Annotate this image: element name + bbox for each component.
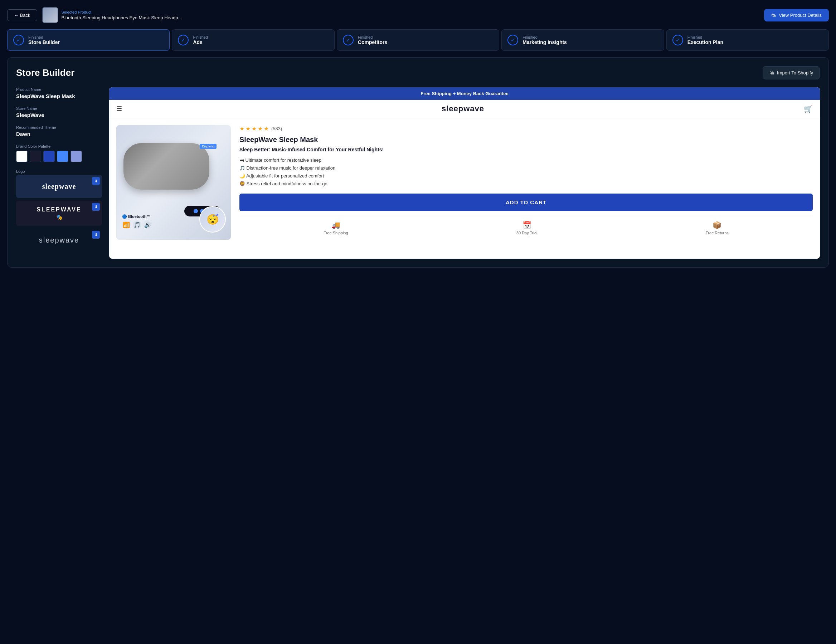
product-name-label: Product Name [16, 87, 102, 91]
feature-list: 🛏 Ultimate comfort for restorative sleep… [239, 157, 813, 186]
star-1: ★ [239, 125, 245, 132]
logo-download-button-1[interactable]: ⬇ [92, 177, 100, 185]
tab-status-competitors: Finished [358, 35, 387, 39]
main-content: Store Builder 🛍 Import To Shopify Produc… [7, 57, 829, 267]
trust-badge-shipping: 🚚 Free Shipping [323, 221, 348, 235]
product-thumb-image [42, 8, 58, 23]
logo-download-button-3[interactable]: ⬇ [92, 231, 100, 239]
store-preview: Free Shipping + Money Back Guarantee ☰ s… [109, 87, 820, 259]
trust-badge-trial: 📅 30 Day Trial [516, 221, 537, 235]
tab-marketing-insights[interactable]: ✓ Finished Marketing Insights [501, 29, 664, 51]
palette-section: Brand Color Palette [16, 144, 102, 162]
theme-section: Recommended Theme Dawn [16, 125, 102, 137]
tab-status-store-builder: Finished [28, 35, 60, 39]
product-details-column: ★ ★ ★ ★ ★ (583) SleepWave Sleep Mask Sle… [239, 125, 813, 240]
shipping-icon: 🚚 [323, 221, 348, 229]
tab-name-store-builder: Store Builder [28, 39, 60, 45]
tab-status-marketing: Finished [522, 35, 567, 39]
tab-name-ads: Ads [193, 39, 208, 45]
color-swatch-white [16, 151, 28, 162]
enjoying-label: Enjoying [200, 144, 217, 149]
selected-product-label: Selected Product [62, 10, 182, 14]
tab-execution-plan[interactable]: ✓ Finished Execution Plan [666, 29, 829, 51]
product-section: Enjoying 🔵 Bluetooth™ 📶 🎵 🔊 😴 [109, 118, 820, 247]
logo-text-3: sleepwave [39, 236, 80, 245]
color-swatch-softblue [70, 151, 82, 162]
tab-store-builder[interactable]: ✓ Finished Store Builder [7, 29, 170, 51]
back-button[interactable]: ← Back [7, 9, 37, 21]
check-icon-ads: ✓ [178, 35, 189, 46]
store-nav-logo: sleepwave [442, 104, 484, 113]
product-name-section: Product Name SleepWave Sleep Mask [16, 87, 102, 99]
logo-download-button-2[interactable]: ⬇ [92, 203, 100, 211]
star-4: ★ [258, 125, 263, 132]
bluetooth-label: 🔵 Bluetooth™ [122, 214, 150, 219]
top-bar: ← Back Selected Product Bluetooth Sleepi… [7, 7, 829, 23]
tab-status-execution: Finished [687, 35, 723, 39]
product-name-header: Bluetooth Sleeping Headphones Eye Mask S… [62, 15, 182, 20]
returns-icon: 📦 [706, 221, 729, 229]
bt-icon-2: 🎵 [133, 220, 141, 229]
tab-ads[interactable]: ✓ Finished Ads [172, 29, 334, 51]
logo-box-2: SLEEPWAVE 🎭 ⬇ [16, 201, 102, 226]
star-3: ★ [251, 125, 256, 132]
shopify-bag-icon: 🛍 [769, 70, 774, 75]
tab-status-ads: Finished [193, 35, 208, 39]
check-icon-store-builder: ✓ [13, 35, 24, 46]
star-rating: ★ ★ ★ ★ ★ (583) [239, 125, 813, 132]
trust-badge-returns: 📦 Free Returns [706, 221, 729, 235]
logo-text-1: sleepwave [42, 183, 76, 191]
tab-competitors[interactable]: ✓ Finished Competitors [337, 29, 499, 51]
feature-4: 🦁 Stress relief and mindfulness on-the-g… [239, 181, 813, 186]
bluetooth-icons: 📶 🎵 🔊 [122, 220, 152, 229]
product-thumbnail [42, 7, 58, 23]
view-details-button[interactable]: 🛍 View Product Details [764, 9, 829, 21]
logo-text-2: SLEEPWAVE [36, 206, 81, 213]
top-bar-left: ← Back Selected Product Bluetooth Sleepi… [7, 7, 182, 23]
star-2: ★ [245, 125, 250, 132]
product-subtitle: Sleep Better: Music-Infused Comfort for … [239, 147, 813, 152]
shipping-label: Free Shipping [323, 231, 348, 235]
hamburger-icon[interactable]: ☰ [116, 105, 122, 113]
rating-count: (583) [271, 126, 282, 131]
store-name-value: SleepWave [16, 112, 102, 118]
bluetooth-section: 🔵 Bluetooth™ 📶 🎵 🔊 [122, 214, 152, 229]
tab-name-execution: Execution Plan [687, 39, 723, 45]
color-swatch-dark [30, 151, 41, 162]
logo-box-1: sleepwave ⬇ [16, 175, 102, 198]
theme-value: Dawn [16, 131, 102, 137]
tab-name-competitors: Competitors [358, 39, 387, 45]
progress-tabs: ✓ Finished Store Builder ✓ Finished Ads … [7, 29, 829, 51]
color-palette [16, 151, 102, 162]
feature-3: 🌙 Adjustable fit for personalized comfor… [239, 173, 813, 179]
product-image-column: Enjoying 🔵 Bluetooth™ 📶 🎵 🔊 😴 [116, 125, 231, 240]
product-info: Selected Product Bluetooth Sleeping Head… [42, 7, 182, 23]
view-details-label: View Product Details [779, 13, 822, 18]
trial-icon: 📅 [516, 221, 537, 229]
bt-icon-1: 📶 [122, 220, 131, 229]
feature-2: 🎵 Distraction-free music for deeper rela… [239, 165, 813, 171]
check-icon-competitors: ✓ [343, 35, 354, 46]
tab-name-marketing: Marketing Insights [522, 39, 567, 45]
store-name-section: Store Name SleepWave [16, 106, 102, 118]
two-column-layout: Product Name SleepWave Sleep Mask Store … [16, 87, 820, 259]
shopify-icon: 🛍 [771, 13, 776, 18]
color-swatch-blue [43, 151, 55, 162]
theme-label: Recommended Theme [16, 125, 102, 129]
import-to-shopify-button[interactable]: 🛍 Import To Shopify [763, 66, 820, 80]
page-title: Store Builder [16, 67, 74, 78]
cart-icon[interactable]: 🛒 [804, 104, 813, 113]
check-icon-marketing: ✓ [508, 35, 518, 46]
bt-icon-3: 🔊 [144, 220, 152, 229]
check-icon-execution: ✓ [673, 35, 683, 46]
store-banner: Free Shipping + Money Back Guarantee [109, 87, 820, 100]
product-name-value: SleepWave Sleep Mask [16, 93, 102, 99]
add-to-cart-button[interactable]: ADD TO CART [239, 194, 813, 211]
product-title: SleepWave Sleep Mask [239, 135, 813, 144]
import-label: Import To Shopify [777, 70, 813, 75]
feature-1: 🛏 Ultimate comfort for restorative sleep [239, 157, 813, 163]
product-meta: Selected Product Bluetooth Sleeping Head… [62, 10, 182, 20]
main-header: Store Builder 🛍 Import To Shopify [16, 66, 820, 80]
star-half: ★ [264, 125, 269, 132]
palette-label: Brand Color Palette [16, 144, 102, 148]
